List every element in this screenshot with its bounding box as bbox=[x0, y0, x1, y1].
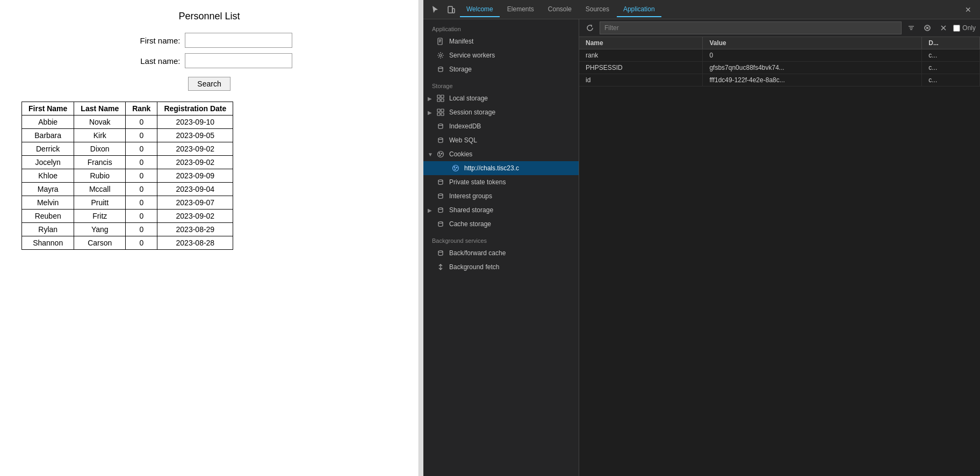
sidebar-item-interest-groups[interactable]: Interest groups bbox=[423, 189, 579, 203]
private-state-tokens-label: Private state tokens bbox=[449, 178, 506, 186]
first-name-input[interactable] bbox=[185, 33, 292, 48]
svg-point-22 bbox=[453, 165, 459, 171]
personnel-table: First NameLast NameRankRegistration Date… bbox=[21, 102, 233, 250]
table-cell: Khloe bbox=[22, 169, 74, 183]
table-cell: Pruitt bbox=[74, 196, 126, 210]
back-forward-cache-label: Back/forward cache bbox=[449, 249, 506, 257]
table-cell: 0 bbox=[126, 183, 157, 196]
table-cell: 2023-09-02 bbox=[157, 142, 233, 156]
expand-session-storage-arrow: ▶ bbox=[428, 110, 432, 116]
table-cell: Mayra bbox=[22, 183, 74, 196]
manifest-label: Manifest bbox=[449, 38, 473, 45]
table-body: AbbieNovak02023-09-10BarbaraKirk02023-09… bbox=[22, 116, 233, 250]
tab-sources[interactable]: Sources bbox=[579, 2, 616, 17]
devtools-close-button[interactable]: ✕ bbox=[961, 3, 976, 16]
table-cell: 2023-09-05 bbox=[157, 129, 233, 142]
sidebar-item-background-fetch[interactable]: Background fetch bbox=[423, 260, 579, 274]
table-row: JocelynFrancis02023-09-02 bbox=[22, 156, 233, 169]
table-row: AbbieNovak02023-09-10 bbox=[22, 116, 233, 129]
sidebar-item-indexeddb[interactable]: IndexedDB bbox=[423, 119, 579, 133]
svg-point-25 bbox=[455, 169, 456, 170]
svg-point-30 bbox=[438, 251, 443, 253]
svg-rect-14 bbox=[437, 113, 440, 116]
delete-button[interactable] bbox=[937, 21, 950, 34]
svg-point-23 bbox=[454, 167, 455, 168]
table-header: First Name bbox=[22, 102, 74, 116]
sidebar-item-shared-storage[interactable]: ▶ Shared storage bbox=[423, 203, 579, 217]
tab-elements[interactable]: Elements bbox=[501, 2, 541, 17]
arrows-icon bbox=[436, 263, 445, 271]
expand-shared-storage-arrow: ▶ bbox=[428, 207, 432, 213]
devtools-main: Only Name Value D... rank0c...PHPSESSIDg… bbox=[579, 19, 980, 476]
table-cell: Novak bbox=[74, 116, 126, 129]
svg-point-28 bbox=[438, 208, 443, 210]
col-value: Value bbox=[703, 37, 922, 49]
table-cell: Dixon bbox=[74, 142, 126, 156]
search-button[interactable]: Search bbox=[188, 77, 230, 91]
table-cell: 0 bbox=[126, 223, 157, 236]
last-name-input[interactable] bbox=[185, 53, 292, 68]
panel-separator[interactable] bbox=[419, 0, 423, 476]
filter-options-button[interactable] bbox=[905, 21, 918, 34]
svg-point-18 bbox=[438, 152, 444, 157]
table-row: MelvinPruitt02023-09-07 bbox=[22, 196, 233, 210]
sidebar-item-service-workers[interactable]: Service workers bbox=[423, 48, 579, 62]
sidebar-item-manifest[interactable]: Manifest bbox=[423, 34, 579, 48]
tab-welcome[interactable]: Welcome bbox=[460, 2, 500, 17]
table-cell: Shannon bbox=[22, 236, 74, 250]
filter-input[interactable] bbox=[600, 21, 902, 34]
table-cell: 0 bbox=[126, 169, 157, 183]
svg-point-19 bbox=[439, 153, 440, 154]
sidebar-item-private-state-tokens[interactable]: Private state tokens bbox=[423, 175, 579, 189]
cylinder-icon-ig bbox=[436, 192, 445, 200]
cylinder-icon-cache bbox=[436, 220, 445, 228]
svg-point-20 bbox=[441, 153, 442, 154]
file-icon bbox=[436, 37, 445, 46]
expand-cookies-arrow: ▼ bbox=[428, 152, 433, 157]
web-content: Personnel List First name: Last name: Se… bbox=[0, 0, 419, 476]
svg-point-29 bbox=[438, 222, 443, 223]
table-header: Rank bbox=[126, 102, 157, 116]
devtools-table-row[interactable]: rank0c... bbox=[579, 49, 980, 62]
sidebar-item-web-sql[interactable]: Web SQL bbox=[423, 133, 579, 147]
grid-icon bbox=[436, 94, 445, 103]
cookie-url-label: http://chals.tisc23.c bbox=[464, 164, 519, 172]
svg-rect-12 bbox=[437, 109, 440, 112]
table-header-row: First NameLast NameRankRegistration Date bbox=[22, 102, 233, 116]
devtools-table-cell-d: c... bbox=[922, 74, 980, 86]
table-cell: Jocelyn bbox=[22, 156, 74, 169]
sidebar-item-session-storage[interactable]: ▶ Session storage bbox=[423, 105, 579, 119]
sidebar-item-cookie-url[interactable]: http://chals.tisc23.c bbox=[423, 161, 579, 175]
table-cell: Derrick bbox=[22, 142, 74, 156]
devtools-sidebar: Application Manifest Service workers Sto… bbox=[423, 19, 579, 476]
sidebar-item-cache-storage[interactable]: Cache storage bbox=[423, 217, 579, 231]
table-cell: 0 bbox=[126, 210, 157, 223]
refresh-button[interactable] bbox=[583, 21, 596, 34]
table-cell: Barbara bbox=[22, 129, 74, 142]
clear-filter-button[interactable] bbox=[921, 21, 934, 34]
device-icon[interactable] bbox=[444, 2, 459, 17]
svg-point-24 bbox=[456, 167, 457, 168]
only-checkbox[interactable] bbox=[953, 25, 960, 32]
table-cell: Melvin bbox=[22, 196, 74, 210]
local-storage-label: Local storage bbox=[449, 95, 488, 102]
devtools-table-body: rank0c...PHPSESSIDgfsbs7qn0uc88fs4bvk74.… bbox=[579, 49, 980, 86]
devtools-panel: Welcome Elements Console Sources Applica… bbox=[423, 0, 980, 476]
tab-console[interactable]: Console bbox=[542, 2, 578, 17]
sidebar-item-back-forward-cache[interactable]: Back/forward cache bbox=[423, 246, 579, 260]
svg-rect-0 bbox=[448, 6, 452, 13]
sidebar-item-cookies[interactable]: ▼ Cookies bbox=[423, 147, 579, 161]
devtools-table-row[interactable]: idfff1dc49-122f-4e2e-8a8c...c... bbox=[579, 74, 980, 86]
cursor-icon[interactable] bbox=[428, 2, 443, 17]
cache-storage-label: Cache storage bbox=[449, 220, 491, 228]
devtools-cookies-table: Name Value D... rank0c...PHPSESSIDgfsbs7… bbox=[579, 37, 980, 86]
table-cell: 2023-08-28 bbox=[157, 236, 233, 250]
devtools-table-cell-value: 0 bbox=[703, 49, 922, 62]
svg-rect-15 bbox=[441, 113, 444, 116]
tab-application[interactable]: Application bbox=[617, 2, 661, 17]
sidebar-item-local-storage[interactable]: ▶ Local storage bbox=[423, 91, 579, 105]
sidebar-item-storage-app[interactable]: Storage bbox=[423, 62, 579, 76]
table-header: Last Name bbox=[74, 102, 126, 116]
svg-rect-2 bbox=[438, 38, 442, 45]
devtools-table-row[interactable]: PHPSESSIDgfsbs7qn0uc88fs4bvk74...c... bbox=[579, 62, 980, 74]
